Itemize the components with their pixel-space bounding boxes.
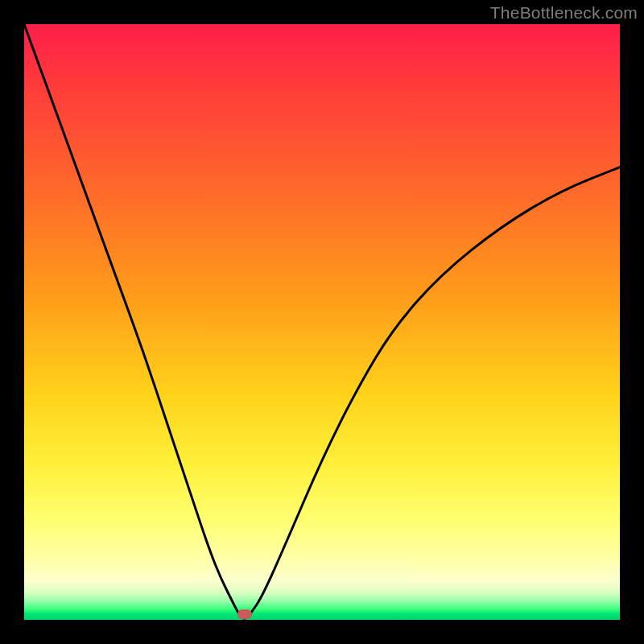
plot-area: [24, 24, 620, 620]
optimum-marker: [237, 609, 252, 619]
watermark-text: TheBottleneck.com: [490, 3, 638, 23]
chart-stage: TheBottleneck.com: [0, 0, 644, 644]
curve-path: [24, 24, 620, 618]
bottleneck-curve: [24, 24, 620, 620]
